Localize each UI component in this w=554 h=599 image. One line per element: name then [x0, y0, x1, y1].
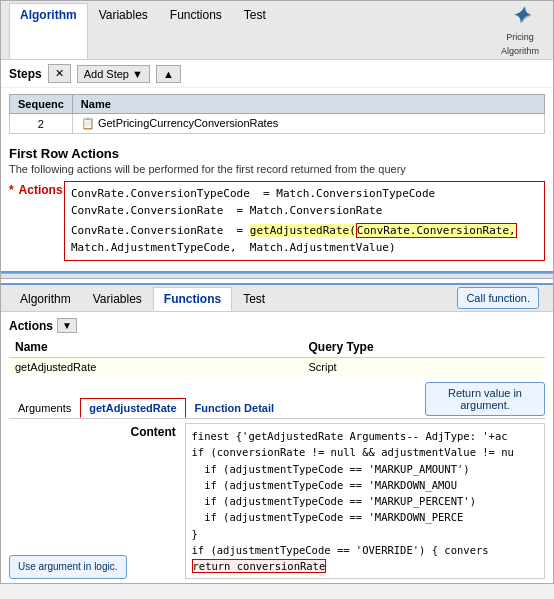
table-row[interactable]: 2 📋 GetPricingCurrencyConversionRates: [10, 114, 545, 134]
tab-functions-bottom[interactable]: Functions: [153, 287, 232, 311]
step-name: GetPricingCurrencyConversionRates: [98, 117, 278, 129]
code-line-9: return conversionRate: [192, 558, 539, 574]
delete-icon: ✕: [55, 67, 64, 80]
logo-line2: Algorithm: [501, 46, 539, 56]
actions-row: * Actions ConvRate.ConversionTypeCode = …: [1, 179, 553, 263]
delete-step-button[interactable]: ✕: [48, 64, 71, 83]
content-label-area: Content: [131, 423, 181, 579]
seq-cell: 2: [10, 114, 73, 134]
logo-area: ✦ Pricing Algorithm: [495, 1, 545, 59]
actions-dropdown-row: Actions ▼: [1, 312, 553, 337]
sub-tab-arguments[interactable]: Arguments: [9, 398, 80, 418]
callout-right-area: Call function.: [457, 285, 545, 311]
divider: [1, 273, 553, 279]
actions-text: Actions: [19, 183, 63, 197]
top-toolbar: Steps ✕ Add Step ▼ ▲: [1, 60, 553, 88]
section-title: First Row Actions: [1, 140, 553, 163]
code-line-7: }: [192, 526, 539, 542]
logo-line1: Pricing: [506, 32, 534, 42]
code-line-5: if (adjustmentTypeCode == 'MARKUP_PERCEN…: [192, 493, 539, 509]
query-type-col-header: Query Type: [302, 337, 545, 358]
tab-test-top[interactable]: Test: [233, 3, 277, 59]
tab-variables-top[interactable]: Variables: [88, 3, 159, 59]
arg-highlight: ConvRate.ConversionRate,: [356, 223, 517, 238]
name-cell: 📋 GetPricingCurrencyConversionRates: [72, 114, 544, 134]
tab-test-bottom[interactable]: Test: [232, 287, 276, 311]
code-line-6: if (adjustmentTypeCode == 'MARKDOWN_PERC…: [192, 509, 539, 525]
content-label: Content: [131, 423, 181, 439]
bottom-tab-bar: Algorithm Variables Functions Test Call …: [1, 285, 553, 312]
actions-dropdown-label: Actions: [9, 319, 53, 333]
callout-call-function: Call function.: [457, 287, 539, 309]
code-line-2: if (conversionRate != null && adjustment…: [192, 444, 539, 460]
sub-tab-bar: Arguments getAdjustedRate Function Detai…: [9, 382, 545, 419]
name-header: Name: [72, 95, 544, 114]
return-highlight: return conversionRate: [192, 559, 327, 573]
main-container: Algorithm Variables Functions Test ✦ Pri…: [0, 0, 554, 584]
callout-use-argument: Use argument in logic.: [9, 555, 127, 579]
function-list-table: Name Query Type getAdjustedRate Script: [9, 337, 545, 376]
tab-functions-top[interactable]: Functions: [159, 3, 233, 59]
function-name-cell: getAdjustedRate: [9, 358, 302, 377]
move-up-button[interactable]: ▲: [156, 65, 181, 83]
actions-dropdown-arrow[interactable]: ▼: [57, 318, 77, 333]
left-callout-area: Use argument in logic.: [9, 423, 127, 579]
section-subtitle: The following actions will be performed …: [1, 163, 553, 179]
content-code-box: finest {'getAdjustedRate Arguments-- Adj…: [185, 423, 546, 579]
tab-variables-bottom[interactable]: Variables: [82, 287, 153, 311]
action-line-1: ConvRate.ConversionTypeCode = Match.Conv…: [71, 186, 538, 203]
content-area: Use argument in logic. Content finest {'…: [1, 419, 553, 583]
tab-algorithm-top[interactable]: Algorithm: [9, 3, 88, 59]
tab-algorithm-bottom[interactable]: Algorithm: [9, 287, 82, 311]
function-type-cell: Script: [302, 358, 545, 377]
func-highlight: getAdjustedRate(: [250, 224, 356, 237]
code-line-8: if (adjustmentTypeCode == 'OVERRIDE') { …: [192, 542, 539, 558]
steps-table: Sequenc Name 2 📋 GetPricingCurrencyConve…: [9, 94, 545, 134]
code-line-3: if (adjustmentTypeCode == 'MARKUP_AMOUNT…: [192, 461, 539, 477]
function-list-row[interactable]: getAdjustedRate Script: [9, 358, 545, 377]
action-line-2: ConvRate.ConversionRate = Match.Conversi…: [71, 203, 538, 220]
sub-tab-function-detail[interactable]: Function Detail: [186, 398, 283, 418]
name-col-header: Name: [9, 337, 302, 358]
actions-content: ConvRate.ConversionTypeCode = Match.Conv…: [64, 181, 545, 261]
action-line-4: Match.AdjustmentTypeCode, Match.Adjustme…: [71, 240, 538, 257]
action-line-3: ConvRate.ConversionRate = getAdjustedRat…: [71, 223, 538, 240]
logo-icon: ✦: [501, 3, 539, 29]
top-tab-bar: Algorithm Variables Functions Test ✦ Pri…: [1, 1, 553, 60]
seq-header: Sequenc: [10, 95, 73, 114]
required-star: *: [9, 183, 14, 197]
top-panel: Algorithm Variables Functions Test ✦ Pri…: [1, 1, 553, 273]
steps-label: Steps: [9, 67, 42, 81]
actions-label: * Actions: [9, 181, 64, 197]
sub-tab-getAdjustedRate[interactable]: getAdjustedRate: [80, 398, 185, 418]
code-line-4: if (adjustmentTypeCode == 'MARKDOWN_AMOU: [192, 477, 539, 493]
step-icon: 📋: [81, 117, 95, 129]
callout-return-area: Return value in argument.: [425, 382, 545, 418]
callout-return-value: Return value in argument.: [425, 382, 545, 416]
bottom-panel: Algorithm Variables Functions Test Call …: [1, 283, 553, 583]
code-line-1: finest {'getAdjustedRate Arguments-- Adj…: [192, 428, 539, 444]
add-step-button[interactable]: Add Step ▼: [77, 65, 150, 83]
